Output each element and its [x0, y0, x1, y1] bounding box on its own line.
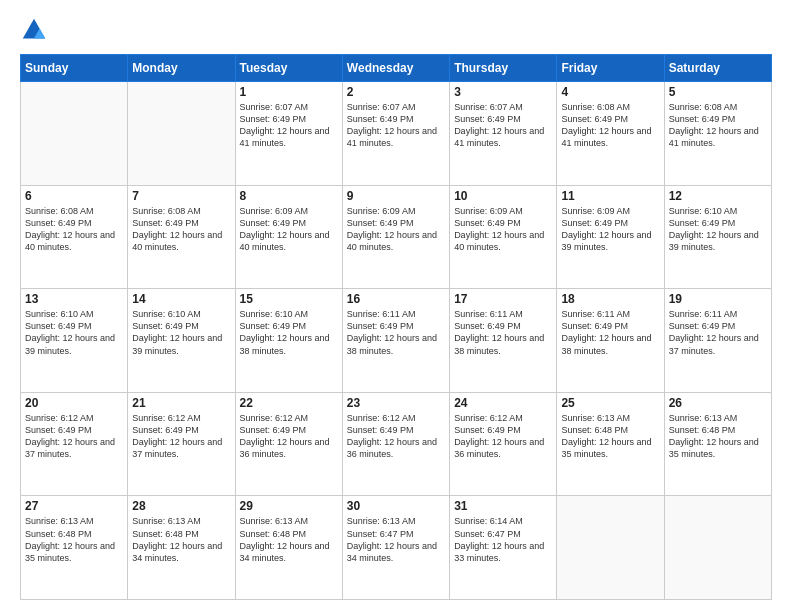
- logo: [20, 16, 52, 44]
- calendar-cell: 21Sunrise: 6:12 AM Sunset: 6:49 PM Dayli…: [128, 392, 235, 496]
- calendar-week-row: 13Sunrise: 6:10 AM Sunset: 6:49 PM Dayli…: [21, 289, 772, 393]
- calendar-cell: 4Sunrise: 6:08 AM Sunset: 6:49 PM Daylig…: [557, 82, 664, 186]
- calendar-cell: 9Sunrise: 6:09 AM Sunset: 6:49 PM Daylig…: [342, 185, 449, 289]
- day-number: 13: [25, 292, 123, 306]
- calendar-cell: [557, 496, 664, 600]
- page: SundayMondayTuesdayWednesdayThursdayFrid…: [0, 0, 792, 612]
- weekday-header: Tuesday: [235, 55, 342, 82]
- calendar-cell: 7Sunrise: 6:08 AM Sunset: 6:49 PM Daylig…: [128, 185, 235, 289]
- day-number: 1: [240, 85, 338, 99]
- cell-info: Sunrise: 6:08 AM Sunset: 6:49 PM Dayligh…: [561, 101, 659, 150]
- day-number: 20: [25, 396, 123, 410]
- cell-info: Sunrise: 6:12 AM Sunset: 6:49 PM Dayligh…: [240, 412, 338, 461]
- calendar-cell: [21, 82, 128, 186]
- cell-info: Sunrise: 6:07 AM Sunset: 6:49 PM Dayligh…: [454, 101, 552, 150]
- weekday-header: Thursday: [450, 55, 557, 82]
- calendar-cell: 16Sunrise: 6:11 AM Sunset: 6:49 PM Dayli…: [342, 289, 449, 393]
- day-number: 8: [240, 189, 338, 203]
- calendar-cell: 24Sunrise: 6:12 AM Sunset: 6:49 PM Dayli…: [450, 392, 557, 496]
- cell-info: Sunrise: 6:12 AM Sunset: 6:49 PM Dayligh…: [347, 412, 445, 461]
- calendar-cell: 1Sunrise: 6:07 AM Sunset: 6:49 PM Daylig…: [235, 82, 342, 186]
- calendar-cell: 19Sunrise: 6:11 AM Sunset: 6:49 PM Dayli…: [664, 289, 771, 393]
- day-number: 11: [561, 189, 659, 203]
- calendar-cell: 20Sunrise: 6:12 AM Sunset: 6:49 PM Dayli…: [21, 392, 128, 496]
- cell-info: Sunrise: 6:07 AM Sunset: 6:49 PM Dayligh…: [240, 101, 338, 150]
- day-number: 31: [454, 499, 552, 513]
- cell-info: Sunrise: 6:08 AM Sunset: 6:49 PM Dayligh…: [669, 101, 767, 150]
- weekday-header: Sunday: [21, 55, 128, 82]
- cell-info: Sunrise: 6:09 AM Sunset: 6:49 PM Dayligh…: [561, 205, 659, 254]
- calendar-cell: 31Sunrise: 6:14 AM Sunset: 6:47 PM Dayli…: [450, 496, 557, 600]
- day-number: 18: [561, 292, 659, 306]
- day-number: 12: [669, 189, 767, 203]
- calendar-week-row: 6Sunrise: 6:08 AM Sunset: 6:49 PM Daylig…: [21, 185, 772, 289]
- calendar-body: 1Sunrise: 6:07 AM Sunset: 6:49 PM Daylig…: [21, 82, 772, 600]
- calendar-cell: 3Sunrise: 6:07 AM Sunset: 6:49 PM Daylig…: [450, 82, 557, 186]
- cell-info: Sunrise: 6:10 AM Sunset: 6:49 PM Dayligh…: [240, 308, 338, 357]
- calendar-cell: 14Sunrise: 6:10 AM Sunset: 6:49 PM Dayli…: [128, 289, 235, 393]
- cell-info: Sunrise: 6:09 AM Sunset: 6:49 PM Dayligh…: [454, 205, 552, 254]
- cell-info: Sunrise: 6:11 AM Sunset: 6:49 PM Dayligh…: [561, 308, 659, 357]
- calendar-cell: 2Sunrise: 6:07 AM Sunset: 6:49 PM Daylig…: [342, 82, 449, 186]
- calendar-table: SundayMondayTuesdayWednesdayThursdayFrid…: [20, 54, 772, 600]
- cell-info: Sunrise: 6:10 AM Sunset: 6:49 PM Dayligh…: [25, 308, 123, 357]
- day-number: 17: [454, 292, 552, 306]
- day-number: 14: [132, 292, 230, 306]
- day-number: 23: [347, 396, 445, 410]
- cell-info: Sunrise: 6:13 AM Sunset: 6:48 PM Dayligh…: [561, 412, 659, 461]
- cell-info: Sunrise: 6:10 AM Sunset: 6:49 PM Dayligh…: [132, 308, 230, 357]
- calendar-cell: [664, 496, 771, 600]
- calendar-cell: 6Sunrise: 6:08 AM Sunset: 6:49 PM Daylig…: [21, 185, 128, 289]
- cell-info: Sunrise: 6:11 AM Sunset: 6:49 PM Dayligh…: [669, 308, 767, 357]
- cell-info: Sunrise: 6:14 AM Sunset: 6:47 PM Dayligh…: [454, 515, 552, 564]
- cell-info: Sunrise: 6:11 AM Sunset: 6:49 PM Dayligh…: [454, 308, 552, 357]
- calendar-cell: 8Sunrise: 6:09 AM Sunset: 6:49 PM Daylig…: [235, 185, 342, 289]
- calendar-cell: 12Sunrise: 6:10 AM Sunset: 6:49 PM Dayli…: [664, 185, 771, 289]
- day-number: 15: [240, 292, 338, 306]
- cell-info: Sunrise: 6:10 AM Sunset: 6:49 PM Dayligh…: [669, 205, 767, 254]
- calendar-cell: 29Sunrise: 6:13 AM Sunset: 6:48 PM Dayli…: [235, 496, 342, 600]
- calendar-cell: 15Sunrise: 6:10 AM Sunset: 6:49 PM Dayli…: [235, 289, 342, 393]
- cell-info: Sunrise: 6:13 AM Sunset: 6:47 PM Dayligh…: [347, 515, 445, 564]
- calendar-cell: 11Sunrise: 6:09 AM Sunset: 6:49 PM Dayli…: [557, 185, 664, 289]
- calendar-cell: 13Sunrise: 6:10 AM Sunset: 6:49 PM Dayli…: [21, 289, 128, 393]
- calendar-cell: 5Sunrise: 6:08 AM Sunset: 6:49 PM Daylig…: [664, 82, 771, 186]
- weekday-header: Saturday: [664, 55, 771, 82]
- calendar-cell: 25Sunrise: 6:13 AM Sunset: 6:48 PM Dayli…: [557, 392, 664, 496]
- cell-info: Sunrise: 6:13 AM Sunset: 6:48 PM Dayligh…: [132, 515, 230, 564]
- cell-info: Sunrise: 6:13 AM Sunset: 6:48 PM Dayligh…: [240, 515, 338, 564]
- calendar-header: SundayMondayTuesdayWednesdayThursdayFrid…: [21, 55, 772, 82]
- day-number: 3: [454, 85, 552, 99]
- day-number: 19: [669, 292, 767, 306]
- cell-info: Sunrise: 6:08 AM Sunset: 6:49 PM Dayligh…: [25, 205, 123, 254]
- day-number: 21: [132, 396, 230, 410]
- weekday-header: Monday: [128, 55, 235, 82]
- day-number: 4: [561, 85, 659, 99]
- day-number: 9: [347, 189, 445, 203]
- day-number: 2: [347, 85, 445, 99]
- day-number: 26: [669, 396, 767, 410]
- day-number: 29: [240, 499, 338, 513]
- calendar-cell: 22Sunrise: 6:12 AM Sunset: 6:49 PM Dayli…: [235, 392, 342, 496]
- header: [20, 16, 772, 44]
- day-number: 10: [454, 189, 552, 203]
- day-number: 22: [240, 396, 338, 410]
- cell-info: Sunrise: 6:12 AM Sunset: 6:49 PM Dayligh…: [454, 412, 552, 461]
- cell-info: Sunrise: 6:11 AM Sunset: 6:49 PM Dayligh…: [347, 308, 445, 357]
- calendar-cell: 23Sunrise: 6:12 AM Sunset: 6:49 PM Dayli…: [342, 392, 449, 496]
- cell-info: Sunrise: 6:13 AM Sunset: 6:48 PM Dayligh…: [669, 412, 767, 461]
- cell-info: Sunrise: 6:13 AM Sunset: 6:48 PM Dayligh…: [25, 515, 123, 564]
- cell-info: Sunrise: 6:09 AM Sunset: 6:49 PM Dayligh…: [347, 205, 445, 254]
- calendar-cell: 10Sunrise: 6:09 AM Sunset: 6:49 PM Dayli…: [450, 185, 557, 289]
- calendar-cell: 17Sunrise: 6:11 AM Sunset: 6:49 PM Dayli…: [450, 289, 557, 393]
- calendar-week-row: 1Sunrise: 6:07 AM Sunset: 6:49 PM Daylig…: [21, 82, 772, 186]
- day-number: 16: [347, 292, 445, 306]
- weekday-header: Friday: [557, 55, 664, 82]
- weekday-row: SundayMondayTuesdayWednesdayThursdayFrid…: [21, 55, 772, 82]
- calendar-cell: 27Sunrise: 6:13 AM Sunset: 6:48 PM Dayli…: [21, 496, 128, 600]
- day-number: 25: [561, 396, 659, 410]
- calendar-cell: [128, 82, 235, 186]
- calendar-cell: 30Sunrise: 6:13 AM Sunset: 6:47 PM Dayli…: [342, 496, 449, 600]
- logo-icon: [20, 16, 48, 44]
- day-number: 30: [347, 499, 445, 513]
